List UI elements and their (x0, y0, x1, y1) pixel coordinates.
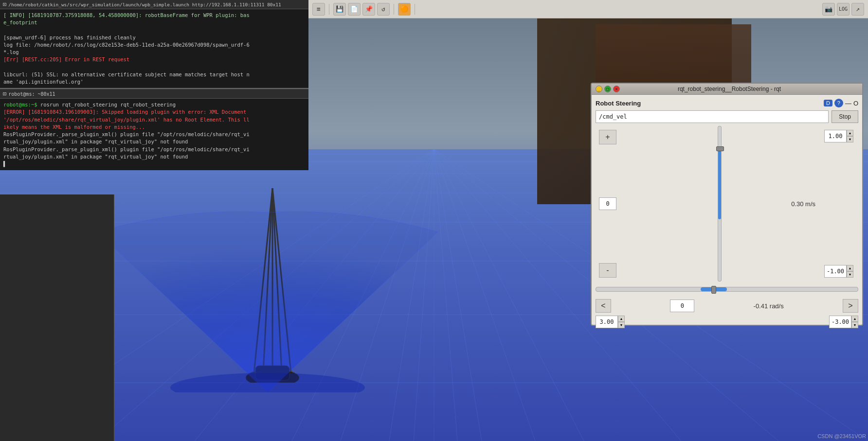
topic-input[interactable] (596, 110, 829, 123)
max-speed-arrows: ▲ ▼ (847, 130, 853, 142)
minimize-button[interactable]: _ (596, 86, 602, 92)
steering-header: Robot Steering D ? — O (596, 99, 858, 107)
horizontal-controls-row: < 0 -0.41 rad/s > (596, 297, 858, 315)
min-speed-arrows: ▲ ▼ (847, 265, 853, 278)
minus-button[interactable]: - (599, 263, 616, 278)
log-toolbar-btn[interactable]: LOG (837, 3, 850, 16)
watermark-text: CSDN @23451VOR (817, 433, 866, 439)
spacer (824, 196, 853, 211)
min-value-spinner: ▲ ▼ (824, 265, 853, 278)
terminal-bottom-icon: ⊡ (3, 90, 6, 97)
left-file-panel (0, 194, 114, 441)
angular-max-up[interactable]: ▲ (618, 316, 625, 322)
angle-display: -0.41 rad/s (754, 302, 784, 310)
zero-value-box: 0 (599, 197, 616, 210)
svg-point-31 (170, 373, 365, 392)
terminal-line-3 (3, 26, 305, 34)
min-speed-up[interactable]: ▲ (847, 265, 853, 271)
terminal-line-2: e_footprint (3, 19, 305, 26)
toolbar-separator (329, 4, 329, 15)
new-toolbar-btn[interactable]: 📄 (348, 3, 361, 16)
terminal-warn-line3: RosPluginProvider._parse_plugin_xml() pl… (3, 146, 305, 153)
panel-body: Robot Steering D ? — O Stop + 0 (592, 95, 862, 333)
window-controls: _ □ × (596, 86, 620, 92)
steering-label: Robot Steering (596, 100, 641, 107)
terminal-top-titlebar: ⊡ /home/robot/catkin_ws/src/wpr_simulati… (0, 0, 308, 9)
terminal-line-6: *.log (3, 49, 305, 56)
terminal-line-7 (3, 64, 305, 71)
terminal-err-line2: '/opt/ros/melodic/share/rqt_virtual_joy/… (3, 116, 305, 123)
angular-min-input[interactable] (829, 316, 851, 328)
terminal-bottom-title: robot@ms: ~80x11 (8, 91, 55, 97)
terminal-bottom-content: robot@ms:~$ rosrun rqt_robot_steering rq… (0, 99, 308, 170)
vertical-increment-controls: + 0 - (596, 126, 620, 282)
v-slider-track-container (716, 126, 723, 282)
zero-value-display: 0 (599, 197, 616, 210)
angular-min-spinner: ▲ ▼ (829, 316, 858, 328)
terminal-cursor: ▌ (3, 160, 305, 168)
angular-max-spinner: ▲ ▼ (596, 316, 625, 328)
terminal-warn-line1: RosPluginProvider._parse_plugin_xml() pl… (3, 131, 305, 138)
max-speed-down[interactable]: ▼ (847, 136, 853, 142)
right-button[interactable]: > (843, 299, 858, 313)
terminal-top-content: [ INFO] [1681910787.375918088, 54.458000… (0, 9, 308, 88)
max-speed-input[interactable] (824, 130, 847, 142)
expand-toolbar-btn[interactable]: ↗ (851, 3, 864, 16)
angular-min-down[interactable]: ▼ (851, 322, 858, 328)
h-slider-track (596, 287, 858, 292)
terminal-bottom-titlebar: ⊡ robot@ms: ~80x11 (0, 88, 308, 99)
terminal-top-icon: ⊡ (3, 1, 6, 8)
angular-max-arrows: ▲ ▼ (618, 316, 625, 328)
topic-row: Stop (596, 110, 858, 123)
vertical-limit-spinners: ▲ ▼ ▲ ▼ (819, 126, 858, 282)
restore-button[interactable]: □ (604, 86, 611, 92)
min-speed-down[interactable]: ▼ (847, 271, 853, 278)
terminal-line-err1: [Err] [REST.cc:205] Error in REST reques… (3, 56, 305, 63)
terminal-line-4: [spawn_urdf-6] process has finished clea… (3, 34, 305, 41)
header-right-controls: D ? — O (824, 99, 858, 107)
toolbar-separator2 (394, 4, 394, 15)
active-toolbar-btn[interactable]: 🟠 (398, 3, 411, 16)
panel-titlebar: _ □ × rqt_robot_steering__RobotSteering … (592, 84, 862, 95)
angular-min-up[interactable]: ▲ (851, 316, 858, 322)
angular-min-arrows: ▲ ▼ (851, 316, 858, 328)
angular-limits-row: ▲ ▼ ▲ ▼ (596, 315, 858, 329)
angular-max-input[interactable] (596, 316, 618, 328)
terminal-line-5: log file: /home/robot/.ros/log/c82e153e-… (3, 41, 305, 49)
terminal-top-title: /home/robot/catkin_ws/src/wpr_simulation… (8, 2, 281, 7)
close-button[interactable]: × (613, 86, 620, 92)
gazebo-toolbar: ≡ 💾 📄 📌 ↺ 🟠 📷 LOG ↗ (308, 0, 868, 18)
v-slider-thumb[interactable] (716, 146, 724, 151)
terminal-err-line3: ikely means the XML is malformed or miss… (3, 123, 305, 131)
left-button[interactable]: < (596, 299, 611, 313)
h-slider-thumb[interactable] (711, 286, 716, 294)
terminal-top: ⊡ /home/robot/catkin_ws/src/wpr_simulati… (0, 0, 308, 194)
terminal-warn-line2: rtual_joy/plugin.xml" in package "rqt_vi… (3, 138, 305, 145)
terminal-line-9: ame 'api.ignitionfuel.org' (3, 78, 305, 86)
speed-display: 0.30 m/s (791, 200, 815, 208)
help-button[interactable]: ? (834, 99, 843, 107)
save-toolbar-btn[interactable]: 💾 (333, 3, 346, 16)
plus-button[interactable]: + (599, 130, 616, 144)
terminal-line-8: libcurl: (51) SSL: no alternative certif… (3, 71, 305, 78)
terminal-warn-line4: rtual_joy/plugin.xml" in package "rqt_vi… (3, 153, 305, 160)
vertical-slider-area: 0.30 m/s (620, 126, 819, 282)
terminal-err-line1: [ERROR] [1681910843.196109003]: Skipped … (3, 108, 305, 116)
terminal-cmd-line: robot@ms:~$ rosrun rqt_robot_steering rq… (3, 101, 305, 108)
v-slider-fill (718, 150, 721, 219)
v-slider-track (718, 126, 722, 282)
vertical-controls-row: + 0 - (596, 126, 858, 282)
angular-center-value: 0 (670, 300, 694, 312)
max-speed-up[interactable]: ▲ (847, 130, 853, 136)
refresh-toolbar-btn[interactable]: ↺ (377, 3, 390, 16)
menu-toolbar-btn[interactable]: ≡ (312, 3, 325, 16)
screenshot-toolbar-btn[interactable]: 📷 (822, 3, 835, 16)
min-speed-input[interactable] (824, 265, 847, 278)
o-label: O (853, 100, 858, 107)
stop-button[interactable]: Stop (832, 110, 858, 123)
max-value-spinner: ▲ ▼ (824, 130, 853, 142)
watermark: CSDN @23451VOR (817, 433, 866, 439)
pin-toolbar-btn[interactable]: 📌 (362, 3, 375, 16)
panel-title-text: rqt_robot_steering__RobotSteering - rqt (678, 86, 781, 92)
angular-max-down[interactable]: ▼ (618, 322, 625, 328)
